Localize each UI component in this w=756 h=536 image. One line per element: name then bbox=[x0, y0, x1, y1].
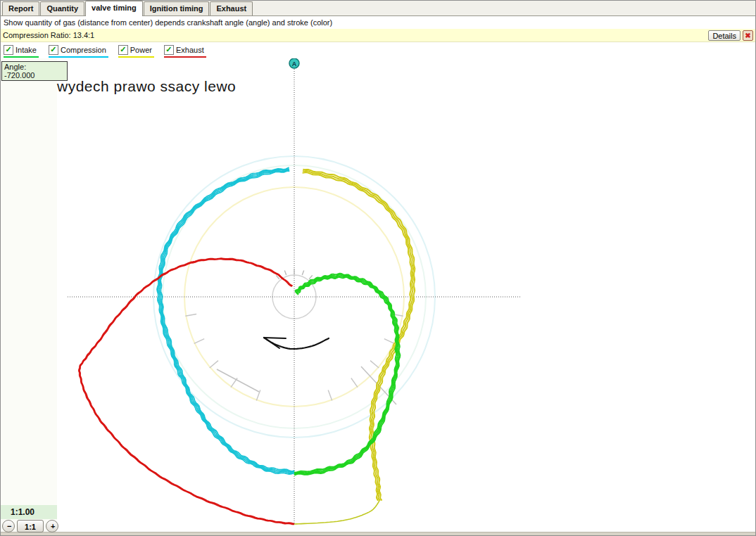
tab-report[interactable]: Report bbox=[2, 1, 39, 15]
angle-label: Angle: bbox=[4, 63, 65, 71]
angle-readout: Angle: -720.000 bbox=[1, 61, 68, 81]
intake-checkbox[interactable]: ✓ bbox=[4, 45, 13, 55]
stroke-legend: ✓ Intake ✓ Compression ✓ Power ✓ Exhaust bbox=[1, 43, 755, 58]
status-strip bbox=[1, 532, 755, 535]
legend-label-power: Power bbox=[130, 46, 152, 54]
zoom-toolbar: − 1:1 + bbox=[2, 520, 58, 532]
exhaust-checkbox[interactable]: ✓ bbox=[164, 45, 174, 55]
tab-valve-timing[interactable]: valve timing bbox=[85, 1, 143, 16]
details-button[interactable]: Details bbox=[708, 30, 741, 41]
legend-item-exhaust[interactable]: ✓ Exhaust bbox=[164, 44, 206, 58]
angle-value: -720.000 bbox=[4, 71, 65, 79]
compression-checkbox[interactable]: ✓ bbox=[49, 45, 58, 55]
zoom-reset-button[interactable]: 1:1 bbox=[17, 520, 44, 532]
tab-bar: Report Quantity valve timing Ignition ti… bbox=[1, 1, 755, 16]
zoom-in-button[interactable]: + bbox=[46, 520, 58, 532]
plot-annotation: wydech prawo ssacy lewo bbox=[57, 78, 236, 95]
legend-label-intake: Intake bbox=[15, 46, 37, 54]
app-window: A Report Quantity valve timing Ignition … bbox=[0, 0, 756, 536]
compression-ratio-text: Compression Ratio: 13.4:1 bbox=[3, 31, 708, 39]
legend-label-exhaust: Exhaust bbox=[176, 46, 204, 54]
legend-item-intake[interactable]: ✓ Intake bbox=[4, 44, 39, 58]
tab-quantity[interactable]: Quantity bbox=[40, 1, 84, 15]
svg-text:A: A bbox=[292, 60, 297, 68]
power-checkbox[interactable]: ✓ bbox=[118, 45, 128, 55]
zoom-out-button[interactable]: − bbox=[2, 520, 15, 532]
legend-item-power[interactable]: ✓ Power bbox=[118, 44, 154, 58]
compression-ratio-bar: Compression Ratio: 13.4:1 Details ✖ bbox=[1, 29, 755, 42]
tab-ignition-timing[interactable]: Ignition timing bbox=[144, 1, 210, 15]
tab-exhaust[interactable]: Exhaust bbox=[210, 1, 253, 15]
zoom-scale-readout: 1:1.00 bbox=[1, 505, 57, 519]
legend-label-compression: Compression bbox=[61, 46, 106, 54]
plot-description: Show quantity of gas (distance from cent… bbox=[1, 16, 755, 29]
legend-item-compression[interactable]: ✓ Compression bbox=[49, 44, 108, 58]
close-icon[interactable]: ✖ bbox=[743, 30, 753, 41]
